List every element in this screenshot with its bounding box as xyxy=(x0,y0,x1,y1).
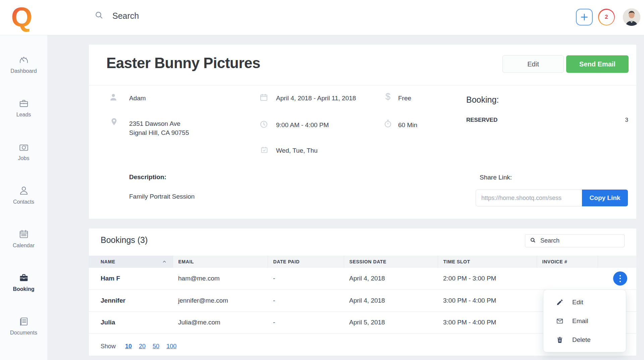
edit-button[interactable]: Edit xyxy=(502,55,564,73)
cell-time-slot: 2:00 PM - 3:00 PM xyxy=(438,268,537,290)
page-size-100[interactable]: 100 xyxy=(166,343,176,350)
sidebar-item-jobs[interactable]: Jobs xyxy=(0,142,47,185)
booking-count: 3 xyxy=(625,117,628,123)
page-size-10[interactable]: 10 xyxy=(125,343,132,350)
sidebar-label: Leads xyxy=(16,112,31,118)
sidebar-label: Dashboard xyxy=(10,68,37,74)
page-size-50[interactable]: 50 xyxy=(153,343,159,350)
app-window: Q 2 xyxy=(0,0,644,360)
cell-time-slot: 3:00 PM - 4:00 PM xyxy=(438,290,537,311)
sidebar-item-booking[interactable]: Booking xyxy=(0,272,47,316)
row-context-menu: Edit Email Delete xyxy=(543,290,626,352)
camera-icon xyxy=(18,142,29,152)
table-header-row: NAME EMAIL DATE PAID SESSION DATE TIME S… xyxy=(89,256,636,268)
bookings-search[interactable] xyxy=(525,234,625,247)
logo-letter: Q xyxy=(11,2,32,32)
pagination: Show 10 20 50 100 xyxy=(101,343,183,350)
envelope-icon xyxy=(556,317,564,325)
client-icon xyxy=(108,92,118,104)
sidebar-label: Jobs xyxy=(18,155,30,161)
cell-email: ham@me.com xyxy=(173,268,268,290)
row-actions-button[interactable] xyxy=(613,271,627,286)
notifications-badge[interactable]: 2 xyxy=(598,9,615,25)
share-link-box: Copy Link xyxy=(476,190,628,206)
notification-count: 2 xyxy=(599,10,614,25)
cell-time-slot: 3:00 PM - 4:00 PM xyxy=(438,311,537,333)
person-icon xyxy=(18,185,29,196)
table-row[interactable]: Ham F ham@me.com - April 4, 2018 2:00 PM… xyxy=(89,268,636,290)
share-url-input[interactable] xyxy=(476,190,582,206)
briefcase-icon xyxy=(18,98,29,109)
column-header-email[interactable]: EMAIL xyxy=(173,256,268,268)
address-line1: 2351 Dawson Ave xyxy=(129,119,189,128)
sidebar-label: Calendar xyxy=(13,243,35,249)
column-header-date-paid[interactable]: DATE PAID xyxy=(268,256,344,268)
search-icon xyxy=(530,237,536,245)
address: 2351 Dawson Ave Signal Hill, CA 90755 xyxy=(129,119,189,137)
menu-item-email[interactable]: Email xyxy=(543,312,626,330)
show-label: Show xyxy=(101,343,116,350)
sidebar-item-leads[interactable]: Leads xyxy=(0,98,47,142)
date-range: April 4, 2018 - April 11, 2018 xyxy=(276,94,362,103)
sidebar-item-contacts[interactable]: Contacts xyxy=(0,185,47,229)
sort-asc-icon xyxy=(162,259,167,264)
kebab-icon xyxy=(620,275,621,276)
documents-icon xyxy=(18,316,29,327)
booking-status: RESERVED xyxy=(466,117,497,123)
trash-icon xyxy=(556,336,564,344)
sidebar-item-calendar[interactable]: Calendar xyxy=(0,229,47,272)
menu-item-delete[interactable]: Delete xyxy=(543,330,626,349)
share-link-label: Share Link: xyxy=(480,174,512,181)
cell-date-paid: - xyxy=(268,290,344,311)
column-header-time-slot[interactable]: TIME SLOT xyxy=(438,256,537,268)
add-button[interactable] xyxy=(576,9,593,25)
stopwatch-icon xyxy=(383,119,392,130)
bookings-search-input[interactable] xyxy=(540,237,620,245)
clock-icon xyxy=(259,120,268,130)
time-range: 9:00 AM - 4:00 PM xyxy=(276,120,329,130)
plus-icon xyxy=(580,12,589,22)
menu-item-label: Email xyxy=(572,317,588,325)
booking-section-label: Booking: xyxy=(466,95,499,105)
column-header-actions xyxy=(598,256,636,268)
column-header-name[interactable]: NAME xyxy=(89,256,173,268)
job-detail-card: Easter Bunny Pictures Edit Send Email Ad… xyxy=(89,45,636,219)
send-email-button[interactable]: Send Email xyxy=(566,55,629,73)
cell-email: jennifer@me.com xyxy=(173,290,268,311)
column-header-invoice[interactable]: INVOICE # xyxy=(537,256,598,268)
search-icon xyxy=(95,11,104,21)
divider xyxy=(89,85,636,86)
global-search[interactable] xyxy=(95,11,282,21)
sidebar-item-documents[interactable]: Documents xyxy=(0,316,47,360)
page-title: Easter Bunny Pictures xyxy=(106,55,260,71)
duration: 60 Min xyxy=(398,120,417,130)
sidebar-label: Documents xyxy=(10,330,37,336)
app-logo[interactable]: Q xyxy=(9,2,34,33)
cell-session-date: April 4, 2018 xyxy=(344,268,438,290)
cell-date-paid: - xyxy=(268,268,344,290)
pencil-icon xyxy=(556,299,564,306)
sidebar: Dashboard Leads Jobs Contacts xyxy=(0,35,48,360)
menu-item-label: Edit xyxy=(572,299,583,306)
menu-item-edit[interactable]: Edit xyxy=(543,293,626,312)
calendar-check-icon xyxy=(260,146,268,155)
location-pin-icon xyxy=(109,117,119,128)
repeat-days: Wed, Tue, Thu xyxy=(276,146,318,155)
briefcase-filled-icon xyxy=(18,272,29,283)
dollar-icon: $ xyxy=(385,92,390,102)
sidebar-label: Booking xyxy=(13,286,35,292)
cell-name: Ham F xyxy=(89,268,173,290)
page-size-20[interactable]: 20 xyxy=(139,343,146,350)
topbar: Q 2 xyxy=(0,0,644,35)
description-label: Description: xyxy=(129,173,166,181)
column-header-session-date[interactable]: SESSION DATE xyxy=(344,256,438,268)
user-avatar[interactable] xyxy=(623,8,640,26)
global-search-input[interactable] xyxy=(112,11,282,21)
gauge-icon xyxy=(18,54,29,65)
cell-name: Jennifer xyxy=(89,290,173,311)
sidebar-item-dashboard[interactable]: Dashboard xyxy=(0,54,47,98)
cell-date-paid: - xyxy=(268,311,344,333)
cell-email: Julia@me.com xyxy=(173,311,268,333)
copy-link-button[interactable]: Copy Link xyxy=(582,190,628,206)
menu-item-label: Delete xyxy=(572,336,591,344)
